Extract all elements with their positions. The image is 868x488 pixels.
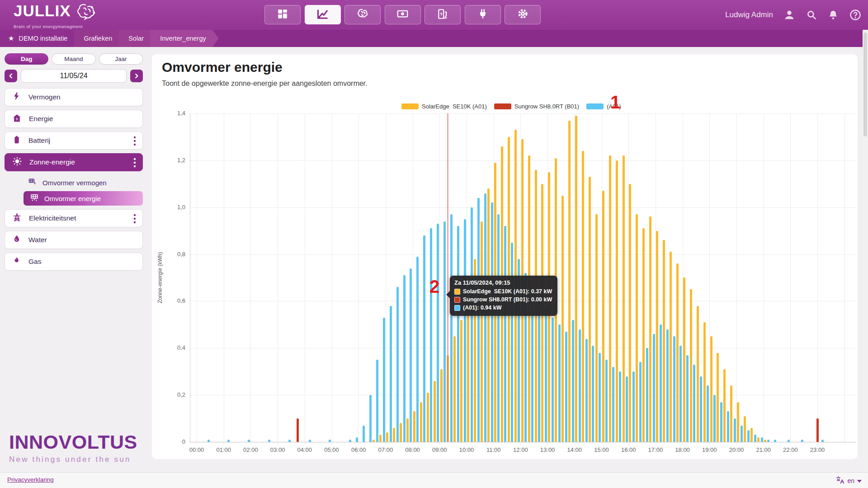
bar-a01[interactable] xyxy=(390,306,392,442)
bar-a01[interactable] xyxy=(518,259,520,442)
bar-solaredge[interactable] xyxy=(373,440,375,442)
bar-solaredge[interactable] xyxy=(642,228,645,442)
scrollbar-thumb[interactable] xyxy=(863,33,867,136)
bar-a01[interactable] xyxy=(700,376,702,442)
bar-a01[interactable] xyxy=(464,219,466,442)
nav-ev-charging-button[interactable] xyxy=(425,5,461,24)
bar-a01[interactable] xyxy=(801,440,803,442)
bar-a01[interactable] xyxy=(524,273,527,442)
bar-a01[interactable] xyxy=(511,243,513,442)
bar-a01[interactable] xyxy=(376,360,378,442)
bar-a01[interactable] xyxy=(491,202,493,442)
bar-a01[interactable] xyxy=(572,320,574,442)
bar-a01[interactable] xyxy=(450,214,453,442)
sidebar-item-zonne-energie[interactable]: Zonne-energie xyxy=(5,153,143,171)
next-day-button[interactable] xyxy=(130,70,143,82)
bar-a01[interactable] xyxy=(673,336,675,442)
bar-solaredge[interactable] xyxy=(589,177,591,442)
elektriciteitsnet-menu-icon[interactable] xyxy=(131,213,139,224)
bar-a01[interactable] xyxy=(558,324,561,442)
bar-a01[interactable] xyxy=(707,385,709,442)
legend-item-a01[interactable]: (A01) xyxy=(586,103,621,110)
bar-a01[interactable] xyxy=(754,435,756,442)
nav-ai-button[interactable] xyxy=(344,5,381,24)
legend-item-solaredge[interactable]: SolarEdge SE10K (A01) xyxy=(401,103,487,110)
bar-sungrow[interactable] xyxy=(297,418,299,442)
bar-a01[interactable] xyxy=(761,437,763,442)
bar-a01[interactable] xyxy=(349,440,351,442)
bar-solaredge[interactable] xyxy=(690,289,692,442)
bar-a01[interactable] xyxy=(538,299,540,442)
bar-a01[interactable] xyxy=(626,376,628,442)
nav-dashboard-button[interactable] xyxy=(264,5,301,24)
bar-a01[interactable] xyxy=(612,367,614,442)
bar-solaredge[interactable] xyxy=(616,160,618,442)
tab-maand[interactable]: Maand xyxy=(52,53,95,65)
breadcrumb-inverter-energy[interactable]: Inverter_energy xyxy=(150,30,219,47)
bar-solaredge[interactable] xyxy=(379,435,382,442)
bar-a01[interactable] xyxy=(471,207,473,442)
bar-solaredge[interactable] xyxy=(474,259,476,442)
help-icon[interactable] xyxy=(849,9,862,21)
tab-dag[interactable]: Dag xyxy=(5,53,48,65)
bar-a01[interactable] xyxy=(693,365,695,442)
bar-a01[interactable] xyxy=(363,426,365,442)
bar-a01[interactable] xyxy=(632,371,635,442)
legend-item-sungrow[interactable]: Sungrow SH8.0RT (B01) xyxy=(494,103,579,110)
bar-solaredge[interactable] xyxy=(561,196,564,442)
bar-a01[interactable] xyxy=(504,226,506,442)
bar-solaredge[interactable] xyxy=(494,163,496,442)
bar-a01[interactable] xyxy=(552,318,554,442)
bar-solaredge[interactable] xyxy=(595,214,598,442)
bar-a01[interactable] xyxy=(579,329,581,442)
bar-a01[interactable] xyxy=(720,402,722,442)
bar-solaredge[interactable] xyxy=(663,240,665,442)
bar-a01[interactable] xyxy=(585,339,588,442)
bar-a01[interactable] xyxy=(666,329,669,442)
bar-a01[interactable] xyxy=(208,440,210,442)
bar-a01[interactable] xyxy=(309,440,311,442)
bar-a01[interactable] xyxy=(734,418,736,442)
sidebar-item-energie[interactable]: Energie xyxy=(5,110,143,128)
bar-a01[interactable] xyxy=(774,440,776,442)
nav-charts-button[interactable] xyxy=(305,5,341,24)
privacy-link[interactable]: Privacyverklaring xyxy=(7,476,54,483)
bar-solaredge[interactable] xyxy=(750,428,753,442)
breadcrumb-grafieken[interactable]: Grafieken xyxy=(74,30,125,47)
bar-a01[interactable] xyxy=(356,437,358,442)
bar-a01[interactable] xyxy=(686,355,689,442)
bar-a01[interactable] xyxy=(369,395,372,442)
user-name[interactable]: Ludwig Admin xyxy=(725,10,773,19)
bar-a01[interactable] xyxy=(639,362,642,442)
bar-a01[interactable] xyxy=(268,440,270,442)
bar-solaredge[interactable] xyxy=(393,428,395,442)
bar-a01[interactable] xyxy=(396,287,399,442)
bar-a01[interactable] xyxy=(788,440,790,442)
bar-solaredge[interactable] xyxy=(582,151,584,442)
bar-a01[interactable] xyxy=(767,440,769,442)
bar-solaredge[interactable] xyxy=(710,336,712,442)
bar-a01[interactable] xyxy=(821,440,824,442)
bar-sungrow[interactable] xyxy=(816,418,819,442)
bar-a01[interactable] xyxy=(484,193,486,442)
nav-finance-button[interactable] xyxy=(385,5,421,24)
bar-solaredge[interactable] xyxy=(406,418,409,442)
bar-a01[interactable] xyxy=(497,214,500,442)
bar-a01[interactable] xyxy=(410,268,412,442)
bar-a01[interactable] xyxy=(403,275,406,442)
bar-solaredge[interactable] xyxy=(629,184,631,442)
bar-solaredge[interactable] xyxy=(528,155,530,442)
bar-solaredge[interactable] xyxy=(764,440,766,442)
bar-a01[interactable] xyxy=(248,440,250,442)
sidebar-subitem-omvormer-vermogen[interactable]: Omvormer vermogen xyxy=(5,175,143,190)
bar-solaredge[interactable] xyxy=(548,172,550,442)
bar-a01[interactable] xyxy=(437,224,439,442)
bar-solaredge[interactable] xyxy=(676,263,679,442)
bar-a01[interactable] xyxy=(741,426,743,442)
bar-solaredge[interactable] xyxy=(602,191,604,442)
bar-a01[interactable] xyxy=(605,360,608,442)
bar-a01[interactable] xyxy=(713,395,716,442)
bar-a01[interactable] xyxy=(288,440,291,442)
bar-a01[interactable] xyxy=(430,228,432,442)
bar-solaredge[interactable] xyxy=(730,385,732,442)
